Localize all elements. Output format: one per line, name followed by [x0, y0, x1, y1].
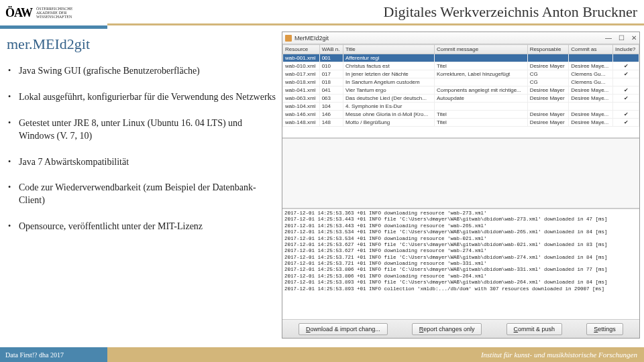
log-line: 2017-12-01 14:25:53.627 +01 INFO downloa… — [284, 248, 637, 254]
column-header[interactable]: Title — [343, 45, 434, 54]
table-cell — [434, 78, 527, 86]
log-line: 2017-12-01 14:25:53.721 +01 INFO file 'C… — [284, 255, 637, 261]
table-cell: Components angelegt mit richtige... — [434, 86, 527, 95]
titlebar[interactable]: MerMEId2git — ☐ ✕ — [282, 32, 639, 44]
table-cell: Desiree Mayer — [527, 62, 569, 70]
table-cell: Desiree Mayer — [527, 86, 569, 95]
commit-button[interactable]: Commit & push — [506, 323, 563, 335]
table-cell: CG — [527, 70, 569, 78]
column-header[interactable]: WAB n. — [319, 45, 343, 54]
report-button[interactable]: Report changes only — [412, 323, 482, 335]
data-table-wrap: ResourceWAB n.TitleCommit messageRespons… — [282, 44, 639, 138]
table-cell — [527, 54, 569, 62]
table-cell: 148 — [319, 119, 343, 127]
bullet-item: Code zur Wiederverwendbarkeit (zum Beisp… — [7, 182, 276, 207]
close-button[interactable]: ✕ — [631, 34, 637, 42]
footer-right: Institut für kunst- und musikhistorische… — [474, 347, 644, 362]
table-row[interactable]: wab-063.xml063Das deutsche Lied (Der deu… — [283, 95, 639, 103]
table-cell: Desiree Maye... — [569, 86, 613, 95]
table-cell — [527, 103, 569, 111]
table-cell: Titel — [434, 111, 527, 119]
table-cell — [613, 54, 639, 62]
table-cell: Christus factus est — [343, 62, 434, 70]
log-line: 2017-12-01 14:25:53.721 +01 INFO downloa… — [284, 261, 637, 267]
table-cell: Afferentur regi — [343, 54, 434, 62]
table-cell: 104 — [319, 103, 343, 111]
column-header[interactable]: Commit as — [569, 45, 613, 54]
log-line: 2017-12-01 14:25:53.534 +01 INFO file 'C… — [284, 229, 637, 235]
log-line: 2017-12-01 14:25:53.893 +01 INFO collect… — [284, 286, 637, 292]
table-cell: wab-104.xml — [283, 103, 320, 111]
column-header[interactable]: Responsable — [527, 45, 569, 54]
table-cell: Desiree Mayer — [527, 111, 569, 119]
log-panel[interactable]: 2017-12-01 14:25:53.363 +01 INFO downloa… — [282, 208, 639, 319]
table-row[interactable]: wab-018.xml018In Sanctum Angelum custode… — [283, 78, 639, 86]
maximize-button[interactable]: ☐ — [619, 34, 625, 42]
table-cell: 041 — [319, 86, 343, 95]
table-row[interactable]: wab-001.xml001Afferentur regi — [283, 54, 639, 62]
table-cell — [613, 78, 639, 86]
table-row[interactable]: wab-146.xml146Messe ohne Gloria in d-Mol… — [283, 111, 639, 119]
table-cell: wab-001.xml — [283, 54, 320, 62]
table-row[interactable]: wab-010.xml010Christus factus estTitelDe… — [283, 62, 639, 70]
table-cell — [613, 103, 639, 111]
download-button[interactable]: Download & import chang... — [299, 323, 388, 335]
oaw-logo: ÖAW — [5, 6, 32, 20]
table-cell: Messe ohne Gloria in d-Moll [Kro... — [343, 111, 434, 119]
column-header[interactable]: Commit message — [434, 45, 527, 54]
table-cell: ✔ — [613, 86, 639, 95]
page-title: Digitales Werkverzeichnis Anton Bruckner — [107, 0, 644, 25]
table-cell: ✔ — [613, 70, 639, 78]
logo-block: ÖAW ÖSTERREICHISCHE AKADEMIE DER WISSENS… — [0, 0, 107, 25]
table-cell: wab-010.xml — [283, 62, 320, 70]
table-cell: ✔ — [613, 95, 639, 103]
settings-button[interactable]: Settings — [586, 323, 623, 335]
table-cell: wab-018.xml — [283, 78, 320, 86]
table-cell: ✔ — [613, 119, 639, 127]
bullet-item: Java 7 Abwärtskompatibilität — [7, 156, 276, 169]
log-line: 2017-12-01 14:25:53.806 +01 INFO file 'C… — [284, 267, 637, 273]
table-cell: Clemens Gu... — [569, 78, 613, 86]
table-cell: Autoupdate — [434, 95, 527, 103]
log-line: 2017-12-01 14:25:53.806 +01 INFO downloa… — [284, 274, 637, 280]
table-cell: 146 — [319, 111, 343, 119]
table-cell: wab-063.xml — [283, 95, 320, 103]
footer-mid — [107, 347, 474, 362]
table-cell: wab-017.xml — [283, 70, 320, 78]
table-cell: Vier Tantum ergo — [343, 86, 434, 95]
column-header[interactable]: Include? — [613, 45, 639, 54]
data-table[interactable]: ResourceWAB n.TitleCommit messageRespons… — [282, 44, 639, 127]
bullet-item: Java Swing GUI (grafische Benutzeroberfl… — [7, 65, 276, 78]
table-cell: 001 — [319, 54, 343, 62]
table-cell: 017 — [319, 70, 343, 78]
table-cell: Clemens Gu... — [569, 70, 613, 78]
table-row[interactable]: wab-148.xml148Motto / BegrüßungTitelDesi… — [283, 119, 639, 127]
table-cell: Desiree Maye... — [569, 111, 613, 119]
table-cell: Desiree Maye... — [569, 95, 613, 103]
log-line: 2017-12-01 14:25:53.443 +01 INFO downloa… — [284, 223, 637, 229]
footer: Data First!? dha 2017 Institut für kunst… — [0, 347, 644, 362]
table-cell: In jener letzten der Nächte — [343, 70, 434, 78]
table-cell: Desiree Maye... — [569, 62, 613, 70]
table-row[interactable]: wab-017.xml017In jener letzten der Nächt… — [283, 70, 639, 78]
bullet-item: Lokal ausgeführt, konfigurierbar für die… — [7, 91, 276, 104]
log-line: 2017-12-01 14:25:53.534 +01 INFO downloa… — [284, 236, 637, 242]
window-title: MerMEId2git — [294, 35, 329, 42]
table-cell: Motto / Begrüßung — [343, 119, 434, 127]
app-icon — [285, 35, 292, 42]
table-cell: 018 — [319, 78, 343, 86]
table-row[interactable]: wab-041.xml041Vier Tantum ergoComponents… — [283, 86, 639, 95]
log-line: 2017-12-01 14:25:53.627 +01 INFO file 'C… — [284, 242, 637, 248]
page-header: ÖAW ÖSTERREICHISCHE AKADEMIE DER WISSENS… — [0, 0, 644, 25]
table-cell — [434, 103, 527, 111]
minimize-button[interactable]: — — [605, 34, 612, 42]
table-cell: 010 — [319, 62, 343, 70]
table-cell: wab-148.xml — [283, 119, 320, 127]
table-cell: wab-041.xml — [283, 86, 320, 95]
bullet-item: Getestet unter JRE 8, unter Linux (Ubunt… — [7, 117, 276, 143]
table-cell: Desiree Mayer — [527, 95, 569, 103]
table-cell: 4. Symphonie in Es-Dur — [343, 103, 434, 111]
table-cell: Korrekturen, Label hinzugefügt — [434, 70, 527, 78]
table-row[interactable]: wab-104.xml1044. Symphonie in Es-Dur — [283, 103, 639, 111]
column-header[interactable]: Resource — [283, 45, 320, 54]
